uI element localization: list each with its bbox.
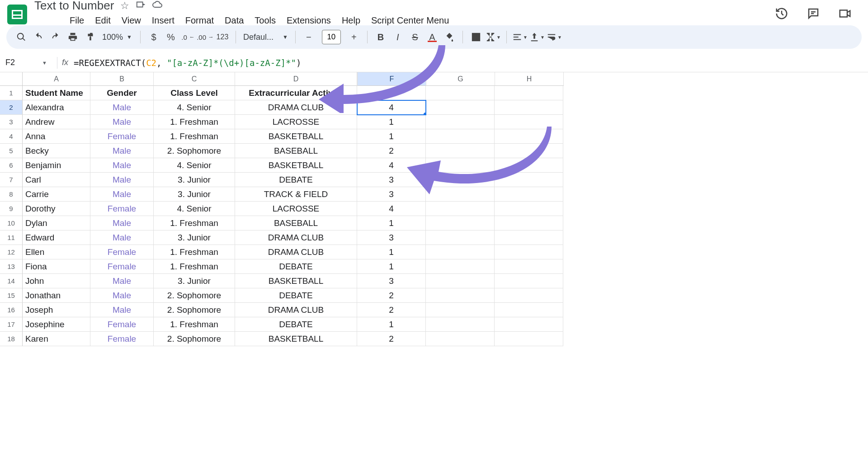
cell-H12[interactable]	[495, 245, 563, 259]
menu-tools[interactable]: Tools	[255, 15, 276, 26]
cell-G6[interactable]	[426, 158, 495, 173]
merge-icon[interactable]: ▼	[485, 28, 502, 46]
row-header-3[interactable]: 3	[0, 115, 23, 129]
cell-F2[interactable]: 4	[357, 100, 426, 115]
menu-file[interactable]: File	[70, 15, 84, 26]
cell-C14[interactable]: 3. Junior	[154, 274, 235, 288]
search-icon[interactable]	[13, 28, 30, 46]
cell-C1[interactable]: Class Level	[154, 86, 235, 100]
cell-F10[interactable]: 1	[357, 216, 426, 230]
zoom-select[interactable]: 100%▼	[99, 33, 136, 42]
cell-D3[interactable]: LACROSSE	[235, 115, 357, 129]
cell-H17[interactable]	[495, 317, 563, 332]
cell-D10[interactable]: BASEBALL	[235, 216, 357, 230]
cell-F11[interactable]: 3	[357, 230, 426, 245]
cell-F18[interactable]: 2	[357, 332, 426, 346]
cell-C2[interactable]: 4. Senior	[154, 100, 235, 115]
menu-data[interactable]: Data	[225, 15, 244, 26]
cloud-icon[interactable]	[152, 0, 163, 13]
cell-A12[interactable]: Ellen	[23, 245, 90, 259]
cell-B17[interactable]: Female	[90, 317, 154, 332]
align-icon[interactable]: ▼	[511, 28, 528, 46]
cell-H7[interactable]	[495, 173, 563, 187]
cell-D15[interactable]: DEBATE	[235, 288, 357, 303]
row-header-5[interactable]: 5	[0, 144, 23, 158]
cell-G11[interactable]	[426, 230, 495, 245]
cell-D14[interactable]: BASKETBALL	[235, 274, 357, 288]
cell-B13[interactable]: Female	[90, 259, 154, 274]
cell-D13[interactable]: DEBATE	[235, 259, 357, 274]
cell-B10[interactable]: Male	[90, 216, 154, 230]
sheets-logo[interactable]	[7, 5, 27, 24]
cell-F4[interactable]: 1	[357, 129, 426, 144]
meet-icon[interactable]	[838, 7, 852, 22]
cell-H11[interactable]	[495, 230, 563, 245]
bold-icon[interactable]: B	[372, 28, 389, 46]
cell-B5[interactable]: Male	[90, 144, 154, 158]
cell-B7[interactable]: Male	[90, 173, 154, 187]
cell-A2[interactable]: Alexandra	[23, 100, 90, 115]
row-header-16[interactable]: 16	[0, 303, 23, 317]
menu-format[interactable]: Format	[185, 15, 214, 26]
row-header-4[interactable]: 4	[0, 129, 23, 144]
cell-A13[interactable]: Fiona	[23, 259, 90, 274]
row-header-12[interactable]: 12	[0, 245, 23, 259]
cell-F9[interactable]: 4	[357, 202, 426, 216]
cell-H9[interactable]	[495, 202, 563, 216]
cell-B9[interactable]: Female	[90, 202, 154, 216]
cell-D1[interactable]: Extracurricular Activity	[235, 86, 357, 100]
cell-C17[interactable]: 1. Freshman	[154, 317, 235, 332]
cell-B3[interactable]: Male	[90, 115, 154, 129]
cell-A11[interactable]: Edward	[23, 230, 90, 245]
cell-G2[interactable]	[426, 100, 495, 115]
cell-D17[interactable]: DEBATE	[235, 317, 357, 332]
column-header-C[interactable]: C	[154, 72, 235, 86]
cell-F6[interactable]: 4	[357, 158, 426, 173]
cell-H8[interactable]	[495, 187, 563, 202]
row-header-9[interactable]: 9	[0, 202, 23, 216]
cell-F1[interactable]	[357, 86, 426, 100]
cell-H15[interactable]	[495, 288, 563, 303]
cell-D9[interactable]: LACROSSE	[235, 202, 357, 216]
cell-A15[interactable]: Jonathan	[23, 288, 90, 303]
cell-B12[interactable]: Female	[90, 245, 154, 259]
column-header-B[interactable]: B	[90, 72, 154, 86]
select-all-corner[interactable]	[0, 72, 23, 86]
cell-H6[interactable]	[495, 158, 563, 173]
cell-B15[interactable]: Male	[90, 288, 154, 303]
cell-B11[interactable]: Male	[90, 230, 154, 245]
wrap-icon[interactable]: ▼	[546, 28, 563, 46]
row-header-18[interactable]: 18	[0, 332, 23, 346]
cell-A9[interactable]: Dorothy	[23, 202, 90, 216]
borders-icon[interactable]	[467, 28, 485, 46]
cell-G8[interactable]	[426, 187, 495, 202]
cell-A17[interactable]: Josephine	[23, 317, 90, 332]
cell-G7[interactable]	[426, 173, 495, 187]
name-box[interactable]: F2▼	[3, 58, 52, 67]
row-header-14[interactable]: 14	[0, 274, 23, 288]
cell-B8[interactable]: Male	[90, 187, 154, 202]
cell-C5[interactable]: 2. Sophomore	[154, 144, 235, 158]
column-header-A[interactable]: A	[23, 72, 90, 86]
column-header-D[interactable]: D	[235, 72, 357, 86]
comment-icon[interactable]	[807, 7, 820, 22]
cell-G4[interactable]	[426, 129, 495, 144]
cell-D12[interactable]: DRAMA CLUB	[235, 245, 357, 259]
cell-H13[interactable]	[495, 259, 563, 274]
cell-H3[interactable]	[495, 115, 563, 129]
cell-A4[interactable]: Anna	[23, 129, 90, 144]
cell-H14[interactable]	[495, 274, 563, 288]
cell-B2[interactable]: Male	[90, 100, 154, 115]
row-header-15[interactable]: 15	[0, 288, 23, 303]
cell-A18[interactable]: Karen	[23, 332, 90, 346]
cell-B16[interactable]: Male	[90, 303, 154, 317]
row-header-10[interactable]: 10	[0, 216, 23, 230]
cell-G15[interactable]	[426, 288, 495, 303]
cell-A8[interactable]: Carrie	[23, 187, 90, 202]
star-icon[interactable]: ☆	[120, 0, 129, 12]
cell-G12[interactable]	[426, 245, 495, 259]
cell-G17[interactable]	[426, 317, 495, 332]
font-size-input[interactable]	[322, 30, 341, 44]
cell-C15[interactable]: 2. Sophomore	[154, 288, 235, 303]
cell-D11[interactable]: DRAMA CLUB	[235, 230, 357, 245]
